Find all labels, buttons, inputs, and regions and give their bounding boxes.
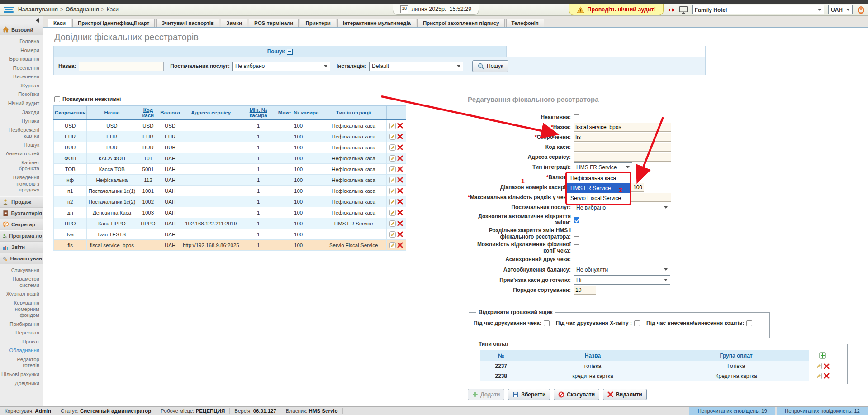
sidebar-item[interactable]: Головна: [0, 37, 43, 46]
drawer-option-checkbox[interactable]: [634, 320, 640, 326]
register-row[interactable]: п2 Постачальник 1с(2) 1002 UAH 1 100 Неф…: [54, 196, 406, 207]
edit-icon[interactable]: [389, 220, 396, 227]
sidebar-item[interactable]: Анкети гостей: [0, 149, 43, 158]
edit-icon[interactable]: [389, 199, 396, 205]
integration-select[interactable]: HMS FR Service: [574, 162, 632, 172]
name-field[interactable]: [574, 123, 671, 132]
search-button[interactable]: Пошук: [472, 60, 508, 72]
drawer-option-checkbox[interactable]: [544, 320, 550, 326]
register-row[interactable]: нф Нефіскальна 112 UAH 1 100 Нефіскальна…: [54, 175, 406, 186]
sidebar-item[interactable]: Персонал: [0, 329, 43, 338]
edit-icon[interactable]: [389, 242, 396, 248]
disable-copy-checkbox[interactable]: [574, 244, 579, 250]
sidebar-item[interactable]: Покоївки: [0, 90, 43, 99]
currency-select[interactable]: UAH: [828, 5, 853, 14]
edit-icon[interactable]: [389, 231, 396, 238]
tab[interactable]: POS-термінали: [249, 19, 299, 27]
register-row[interactable]: ТОВ Касса ТОВ 5001 UAH 1 100 Нефіскальна…: [54, 164, 406, 175]
sidebar-section-settings[interactable]: Налаштуван: [0, 253, 43, 264]
payment-type-row[interactable]: 2237 готівка Готівка: [480, 361, 836, 371]
delete-icon[interactable]: [397, 231, 403, 237]
tab[interactable]: Пристрої захоплення підпису: [417, 19, 505, 27]
sidebar-item[interactable]: Кабінет броніста: [0, 158, 43, 173]
delete-icon[interactable]: [397, 242, 403, 248]
save-button[interactable]: Зберегти: [508, 389, 550, 400]
column-sort-link[interactable]: Скорочення: [55, 110, 85, 115]
night-audit-warning[interactable]: Проведіть нічний аудит!: [569, 4, 664, 15]
delete-icon[interactable]: [397, 188, 403, 194]
sidebar-item[interactable]: Обладнання: [0, 346, 43, 355]
sidebar-item[interactable]: Поселення: [0, 64, 43, 73]
delete-icon[interactable]: [824, 363, 830, 369]
add-payment-type-icon[interactable]: [819, 352, 826, 359]
sidebar-section-secretary[interactable]: Секретар: [0, 219, 43, 230]
register-row[interactable]: ПРО Каса ПРРО ПРРО UAH 192.168.122.211:2…: [54, 218, 406, 229]
separate-close-checkbox[interactable]: [574, 231, 579, 237]
cancel-button[interactable]: Скасувати: [554, 389, 599, 400]
show-inactive-checkbox[interactable]: [54, 96, 60, 102]
sidebar-item[interactable]: Журнал подій: [0, 290, 43, 299]
hotel-bind-select[interactable]: Ні: [574, 275, 670, 285]
unread-notifications-badge[interactable]: Непрочитаних сповіщень: 19: [689, 407, 775, 415]
register-row[interactable]: Iva Ivan TESTS UAH 1 100: [54, 229, 406, 240]
sidebar-section-accounting[interactable]: Бухгалтерія: [0, 208, 43, 219]
sidebar-item[interactable]: Цільові рахунки: [0, 370, 43, 379]
dropdown-option[interactable]: Servio Fiscal Service: [567, 193, 630, 203]
delete-button[interactable]: Видалити: [603, 389, 647, 400]
sidebar-item[interactable]: Керування номерним фондом: [0, 299, 43, 320]
register-row[interactable]: USD USD USD USD 1 100 Нефіскальна каса: [54, 120, 406, 131]
collapse-search-icon[interactable]: [287, 49, 293, 55]
drawer-option-checkbox[interactable]: [746, 320, 752, 326]
register-row[interactable]: ФОП КАСА ФОП 101 UAH 1 100 Нефіскальна к…: [54, 153, 406, 164]
sidebar-item[interactable]: Заходи: [0, 108, 43, 117]
register-row[interactable]: п1 Постачальник 1с(1) 1001 UAH 1 100 Неф…: [54, 186, 406, 196]
hotel-select[interactable]: Family Hotel: [692, 5, 824, 14]
tab[interactable]: Замки: [221, 19, 247, 27]
column-sort-link[interactable]: Валюта: [160, 110, 180, 115]
delete-icon[interactable]: [824, 373, 830, 379]
edit-icon[interactable]: [389, 134, 396, 140]
search-provider-select[interactable]: Не вибрано: [232, 62, 330, 71]
search-installation-select[interactable]: Default: [369, 62, 463, 71]
column-sort-link[interactable]: Назва: [104, 110, 119, 115]
sidebar-collapse-icon[interactable]: [36, 18, 39, 23]
delete-icon[interactable]: [397, 134, 403, 139]
auto-open-checkbox[interactable]: [574, 217, 579, 223]
search-name-input[interactable]: [79, 62, 164, 71]
register-row[interactable]: RUR RUR RUR RUB 1 100 Нефіскальна каса: [54, 142, 406, 153]
delete-icon[interactable]: [397, 166, 403, 172]
sidebar-item[interactable]: Редактор готелів: [0, 355, 43, 370]
auto-reset-select[interactable]: Не обнуляти: [574, 265, 670, 274]
code-field[interactable]: [574, 143, 671, 152]
sidebar-item[interactable]: Стикування: [0, 266, 43, 275]
edit-icon[interactable]: [389, 155, 396, 162]
delete-icon[interactable]: [397, 144, 403, 150]
add-button[interactable]: Додати: [468, 389, 504, 400]
search-panel-tab[interactable]: Пошук: [54, 46, 506, 57]
sidebar-item[interactable]: Прибирання: [0, 320, 43, 329]
inactive-checkbox[interactable]: [574, 114, 579, 120]
breadcrumb-link-equipment[interactable]: Обладнання: [66, 6, 99, 13]
power-icon[interactable]: [857, 5, 865, 14]
sidebar-item[interactable]: Путівки: [0, 117, 43, 126]
sidebar-item[interactable]: Довідники: [0, 379, 43, 388]
abbr-field[interactable]: [574, 133, 671, 142]
delete-icon[interactable]: [397, 123, 403, 129]
edit-icon[interactable]: [389, 188, 396, 194]
sidebar-item[interactable]: Бронювання: [0, 55, 43, 64]
sidebar-item[interactable]: Номери: [0, 46, 43, 55]
sidebar-item[interactable]: Параметри системи: [0, 275, 43, 290]
tab[interactable]: Каси: [48, 19, 71, 27]
transfer-arrows-icon[interactable]: [668, 8, 675, 12]
delete-icon[interactable]: [397, 199, 403, 205]
delete-icon[interactable]: [397, 210, 403, 215]
async-print-checkbox[interactable]: [574, 257, 579, 262]
delete-icon[interactable]: [397, 177, 403, 183]
breadcrumb-link-settings[interactable]: Налаштування: [18, 6, 58, 13]
edit-icon[interactable]: [816, 373, 822, 379]
register-row[interactable]: fis fiscal service_bpos UAH http://192.1…: [54, 240, 406, 251]
address-field[interactable]: [574, 153, 671, 162]
sidebar-item[interactable]: Нічний аудит: [0, 99, 43, 108]
tab[interactable]: Телефонія: [506, 19, 544, 27]
hamburger-menu-icon[interactable]: [4, 7, 14, 13]
